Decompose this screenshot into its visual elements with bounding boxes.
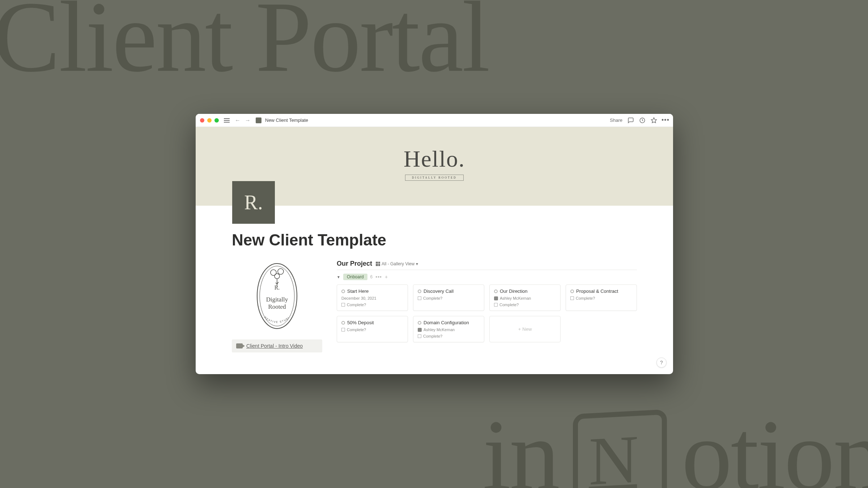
card-meta-text: December 30, 2021	[341, 296, 376, 300]
favorite-star-icon[interactable]	[651, 117, 657, 124]
svg-text:Rooted: Rooted	[268, 303, 286, 310]
bg-otion-text: otion	[681, 397, 868, 488]
card-meta-text: Complete?	[347, 303, 366, 307]
new-card-label: New	[522, 326, 532, 332]
updates-clock-icon[interactable]	[639, 117, 646, 124]
help-button[interactable]: ?	[656, 358, 667, 368]
group-collapse-toggle[interactable]: ▼	[337, 275, 340, 279]
checkbox-icon	[494, 303, 498, 307]
new-card-button[interactable]: +New	[489, 316, 561, 342]
background-title-top: Client Portal	[0, 0, 489, 95]
gallery-cards-grid: Start HereDecember 30, 2021Complete?Disc…	[337, 284, 637, 342]
group-count: 6	[370, 274, 373, 279]
app-window: ← → New Client Template Share ••• Hello.…	[196, 114, 673, 374]
card-title: Start Here	[341, 288, 403, 294]
card-title-text: Domain Configuration	[424, 320, 469, 325]
checkbox-icon	[418, 334, 421, 338]
gallery-card[interactable]: Our DirectionAshley McKernanComplete?	[489, 284, 561, 311]
forward-button[interactable]: →	[243, 116, 252, 124]
card-meta-text: Ashley McKernan	[424, 328, 455, 332]
card-meta: Complete?	[494, 303, 556, 307]
page-bullet-icon	[570, 290, 574, 293]
card-title-text: Start Here	[347, 288, 369, 294]
close-window-button[interactable]	[200, 118, 204, 123]
breadcrumb-title[interactable]: New Client Template	[265, 117, 308, 123]
group-more-icon[interactable]: •••	[375, 274, 382, 280]
page-icon[interactable]: R.	[232, 181, 275, 224]
titlebar: ← → New Client Template Share •••	[196, 114, 673, 127]
svg-text:Digitally: Digitally	[266, 296, 288, 303]
checkbox-icon	[570, 296, 574, 300]
card-title: Domain Configuration	[418, 320, 480, 325]
card-meta-text: Complete?	[423, 296, 442, 300]
svg-point-4	[271, 270, 276, 275]
page-cover[interactable]: Hello. DIGITALLY ROOTED R.	[196, 127, 673, 206]
cover-hello-block: Hello. DIGITALLY ROOTED	[404, 146, 465, 181]
page-content: New Client Template R.	[196, 206, 673, 360]
card-meta-text: Complete?	[576, 296, 595, 300]
card-title: Discovery Call	[418, 288, 480, 294]
person-icon	[494, 296, 498, 300]
more-menu-icon[interactable]: •••	[662, 117, 669, 124]
gallery-card[interactable]: Start HereDecember 30, 2021Complete?	[337, 284, 408, 311]
checkbox-icon	[341, 328, 345, 331]
page-bullet-icon	[418, 290, 421, 293]
group-tag-onboard[interactable]: Onboard	[343, 274, 367, 280]
card-title-text: Our Direction	[500, 288, 528, 294]
card-meta: Complete?	[418, 334, 480, 338]
card-meta-text: Complete?	[347, 328, 366, 332]
svg-text:R.: R.	[275, 284, 280, 291]
card-title-text: Proposal & Contract	[576, 288, 618, 294]
sidebar-toggle-icon[interactable]	[224, 118, 230, 123]
checkbox-icon	[418, 296, 421, 300]
card-meta: Complete?	[341, 303, 403, 307]
video-icon	[236, 343, 243, 348]
card-meta-text: Ashley McKernan	[500, 296, 531, 300]
share-button[interactable]: Share	[610, 117, 622, 123]
intro-video-callout[interactable]: Client Portal - Intro Video	[232, 339, 322, 352]
intro-video-link[interactable]: Client Portal - Intro Video	[246, 343, 303, 349]
background-title-bottom: in otion	[483, 397, 868, 488]
database-title[interactable]: Our Project	[337, 260, 372, 267]
card-meta: December 30, 2021	[341, 296, 403, 300]
minimize-window-button[interactable]	[207, 118, 212, 123]
svg-point-6	[275, 274, 280, 279]
brand-logo: R. Digitally Rooted CREATIVE STUDIO	[254, 260, 301, 332]
gallery-card[interactable]: Domain ConfigurationAshley McKernanCompl…	[413, 316, 484, 342]
card-meta: Complete?	[418, 296, 480, 300]
notion-logo-icon	[573, 409, 667, 488]
svg-marker-1	[651, 117, 657, 123]
page-title[interactable]: New Client Template	[232, 231, 637, 249]
group-add-button[interactable]: +	[385, 274, 388, 280]
history-nav: ← →	[233, 116, 252, 124]
database-divider	[337, 270, 637, 270]
group-header: ▼ Onboard 6 ••• +	[337, 274, 637, 280]
page-bullet-icon	[341, 321, 345, 325]
svg-point-5	[278, 269, 284, 274]
page-bullet-icon	[341, 290, 345, 293]
page-icon-small	[256, 117, 261, 123]
card-meta: Ashley McKernan	[494, 296, 556, 300]
view-label: All - Gallery View	[382, 261, 414, 266]
comments-icon[interactable]	[627, 117, 634, 124]
database-header: Our Project All - Gallery View ▾	[337, 260, 637, 267]
page-bullet-icon	[418, 321, 421, 325]
maximize-window-button[interactable]	[214, 118, 219, 123]
card-title-text: Discovery Call	[424, 288, 454, 294]
database-view-selector[interactable]: All - Gallery View ▾	[376, 261, 418, 266]
gallery-card[interactable]: 50% DepositComplete?	[337, 316, 408, 342]
right-column: Our Project All - Gallery View ▾ ▼ Onboa…	[337, 260, 637, 352]
gallery-view-icon	[376, 262, 380, 266]
card-title: Proposal & Contract	[570, 288, 632, 294]
person-icon	[418, 328, 422, 332]
checkbox-icon	[341, 303, 345, 307]
page-bullet-icon	[494, 290, 498, 293]
card-meta-text: Complete?	[423, 334, 442, 338]
plus-icon: +	[518, 326, 521, 332]
back-button[interactable]: ←	[233, 116, 242, 124]
traffic-lights	[200, 118, 219, 123]
gallery-card[interactable]: Proposal & ContractComplete?	[566, 284, 637, 311]
cover-heading: Hello.	[404, 146, 465, 172]
cover-subtitle: DIGITALLY ROOTED	[405, 175, 464, 181]
gallery-card[interactable]: Discovery CallComplete?	[413, 284, 484, 311]
